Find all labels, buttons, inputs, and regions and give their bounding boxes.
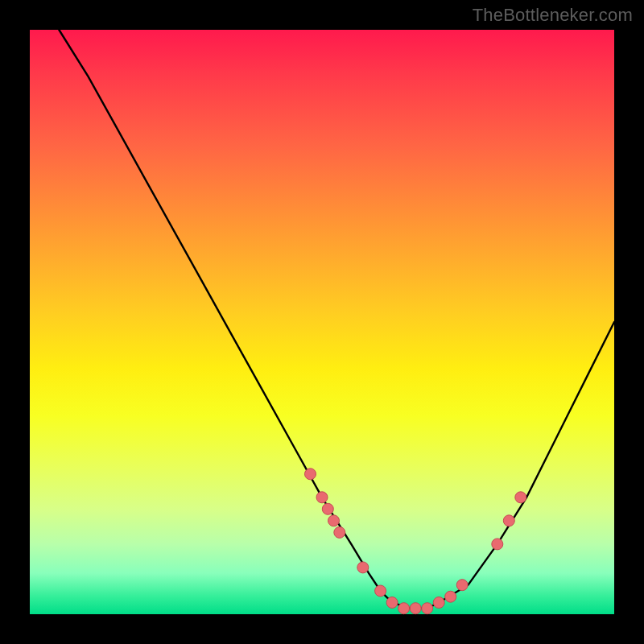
bottleneck-svg — [30, 30, 614, 614]
marker-dots — [305, 469, 526, 614]
chart-plot-area — [30, 30, 614, 614]
marker-dot — [422, 603, 433, 614]
marker-dot — [305, 469, 316, 480]
watermark-text: TheBottleneker.com — [473, 5, 633, 26]
marker-dot — [334, 526, 345, 538]
marker-dot — [503, 515, 514, 526]
marker-dot — [322, 503, 333, 514]
marker-dot — [398, 603, 410, 614]
marker-dot — [375, 585, 386, 597]
marker-dot — [492, 539, 503, 550]
marker-dot — [357, 562, 369, 573]
marker-dot — [410, 603, 421, 614]
marker-dot — [386, 597, 398, 609]
marker-dot — [445, 591, 456, 602]
marker-dot — [515, 492, 526, 503]
marker-dot — [316, 492, 328, 503]
marker-dot — [456, 580, 468, 591]
marker-dot — [433, 597, 444, 609]
marker-dot — [328, 515, 340, 526]
